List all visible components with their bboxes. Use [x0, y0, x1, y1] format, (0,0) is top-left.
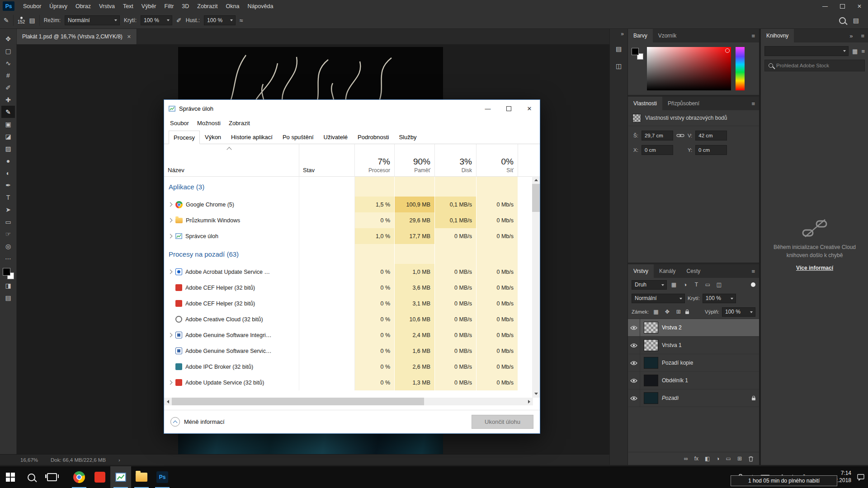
column-stav[interactable]: Stav: [299, 144, 355, 176]
process-row-pruzkumnik[interactable]: Průzkumník Windows 0 % 29,6 MB 0,1 MB/s …: [164, 212, 540, 228]
status-expand-icon[interactable]: ›: [118, 457, 120, 463]
tab-vrstvy[interactable]: Vrstvy: [628, 264, 654, 278]
layer-blend-select[interactable]: Normální: [632, 294, 685, 303]
less-info-label[interactable]: Méně informací: [184, 418, 225, 425]
brush-size-picker[interactable]: 152: [18, 17, 25, 24]
tool-preset-icon[interactable]: ✎: [4, 17, 9, 24]
layer-row-pozadi[interactable]: Pozadí: [628, 389, 759, 407]
tab-vzornik[interactable]: Vzorník: [653, 29, 682, 42]
expand-panels-icon[interactable]: »: [621, 31, 627, 37]
x-field[interactable]: 0 cm: [642, 145, 673, 155]
lock-transparency-icon[interactable]: ▦: [651, 308, 660, 316]
saturation-field[interactable]: [647, 47, 731, 90]
close-button[interactable]: ✕: [851, 0, 868, 12]
tab-historie-aplikaci[interactable]: Historie aplikací: [226, 130, 278, 144]
visibility-toggle[interactable]: [628, 372, 640, 389]
menu-3d[interactable]: 3D: [178, 0, 193, 12]
layer-thumbnail[interactable]: [644, 375, 658, 386]
filter-smart-icon[interactable]: ◫: [715, 281, 723, 289]
visibility-toggle[interactable]: [628, 354, 640, 371]
taskbar-chrome-button[interactable]: [69, 466, 90, 488]
end-task-button[interactable]: Ukončit úlohu: [472, 415, 533, 429]
layer-name[interactable]: Obdélník 1: [662, 377, 688, 384]
column-procesor[interactable]: 7%Procesor: [355, 144, 395, 176]
hand-tool[interactable]: ☞: [1, 228, 15, 240]
tab-sluzby[interactable]: Služby: [394, 130, 421, 144]
expander-icon[interactable]: [168, 270, 173, 274]
visibility-toggle[interactable]: [628, 389, 640, 407]
layer-group-icon[interactable]: ▭: [726, 455, 731, 462]
tab-kanaly[interactable]: Kanály: [654, 264, 681, 278]
filter-shape-icon[interactable]: ▭: [703, 281, 712, 289]
process-row-update-service[interactable]: Adobe Update Service (32 bitů) 0 % 1,3 M…: [164, 375, 540, 390]
foreground-color-swatch[interactable]: [3, 268, 10, 276]
filter-type-icon[interactable]: T: [692, 281, 701, 289]
process-row-ipc-broker[interactable]: Adobe IPC Broker (32 bitů) 0 % 2,6 MB 0 …: [164, 359, 540, 375]
column-nazev[interactable]: Název: [164, 144, 299, 176]
menu-zobrazit[interactable]: Zobrazit: [225, 120, 254, 127]
gradient-tool[interactable]: ▨: [1, 142, 15, 155]
action-center-icon[interactable]: [857, 474, 864, 481]
collapse-dock-icon[interactable]: »: [845, 29, 857, 42]
menu-soubor[interactable]: Soubor: [19, 0, 45, 12]
library-select[interactable]: [764, 46, 849, 56]
lock-artboard-icon[interactable]: ⊞: [674, 308, 683, 316]
menu-vyber[interactable]: Výběr: [137, 0, 160, 12]
layer-thumbnail[interactable]: [644, 339, 658, 351]
expander-icon[interactable]: [168, 380, 173, 385]
zoom-tool[interactable]: ◎: [1, 240, 15, 252]
hue-slider[interactable]: [736, 47, 745, 90]
panel-menu-icon[interactable]: ≡: [747, 97, 759, 110]
width-field[interactable]: 29,7 cm: [642, 131, 673, 141]
column-pamet[interactable]: 90%Paměť: [395, 144, 435, 176]
process-row-acrobat-update[interactable]: Adobe Acrobat Update Service … 0 % 1,0 M…: [164, 264, 540, 280]
blend-mode-select[interactable]: Normální: [65, 15, 120, 25]
task-view-button[interactable]: [42, 466, 62, 488]
workspace-switcher-icon[interactable]: ▤: [853, 17, 859, 24]
group-row-aplikace[interactable]: Aplikace (3): [164, 177, 540, 197]
process-row-creative-cloud[interactable]: Adobe Creative Cloud (32 bitů) 0 % 10,6 …: [164, 311, 540, 327]
crop-tool[interactable]: #: [1, 69, 15, 81]
task-manager-titlebar[interactable]: Správce úloh — ✕: [164, 100, 540, 117]
taskbar-explorer-button[interactable]: [131, 466, 152, 488]
fill-select[interactable]: 100 %: [722, 307, 755, 317]
group-row-procesy-na-pozadi[interactable]: Procesy na pozadí (63): [164, 244, 540, 264]
layer-name[interactable]: Pozadí kopie: [662, 360, 693, 366]
maximize-button[interactable]: [498, 100, 519, 117]
tab-barvy[interactable]: Barvy: [628, 29, 653, 42]
close-button[interactable]: ✕: [519, 100, 540, 117]
taskbar-search-button[interactable]: [21, 466, 42, 488]
tab-podrobnosti[interactable]: Podrobnosti: [353, 130, 394, 144]
libraries-search-field[interactable]: Prohledat Adobe Stock: [764, 60, 865, 71]
start-button[interactable]: [0, 466, 21, 488]
column-sit[interactable]: 0%Síť: [476, 144, 518, 176]
zoom-level[interactable]: 16,67%: [20, 457, 38, 463]
layer-thumbnail[interactable]: [644, 392, 658, 404]
link-layers-icon[interactable]: ∞: [684, 455, 688, 462]
list-view-icon[interactable]: ≡: [861, 48, 865, 55]
scroll-up-icon[interactable]: [532, 176, 540, 184]
lasso-tool[interactable]: ∿: [1, 57, 15, 69]
minimize-button[interactable]: —: [816, 0, 834, 12]
delete-layer-icon[interactable]: [748, 456, 754, 462]
tab-knihovny[interactable]: Knihovny: [761, 29, 794, 42]
process-row-cef-helper-2[interactable]: Adobe CEF Helper (32 bitů) 0 % 3,1 MB 0 …: [164, 296, 540, 311]
expander-icon[interactable]: [168, 234, 173, 239]
taskbar-task-manager-button[interactable]: [110, 466, 131, 488]
more-info-link[interactable]: Více informací: [796, 265, 833, 271]
layer-thumbnail[interactable]: [644, 322, 658, 333]
move-tool[interactable]: ✥: [1, 33, 15, 45]
healing-brush-tool[interactable]: ✚: [1, 94, 15, 106]
menu-moznosti[interactable]: Možnosti: [193, 120, 225, 127]
dodge-tool[interactable]: ◐: [1, 167, 15, 179]
horizontal-scrollbar[interactable]: [164, 398, 533, 405]
new-layer-icon[interactable]: ⊞: [737, 455, 742, 462]
expander-icon[interactable]: [168, 218, 173, 223]
taskbar-adobe-button[interactable]: [90, 466, 110, 488]
taskbar-photoshop-button[interactable]: Ps: [152, 466, 173, 488]
clone-stamp-tool[interactable]: ▣: [1, 118, 15, 130]
search-icon[interactable]: [839, 17, 846, 24]
tab-uzivatele[interactable]: Uživatelé: [319, 130, 353, 144]
brush-tool[interactable]: ✎: [1, 106, 15, 118]
menu-vrstva[interactable]: Vrstva: [95, 0, 119, 12]
